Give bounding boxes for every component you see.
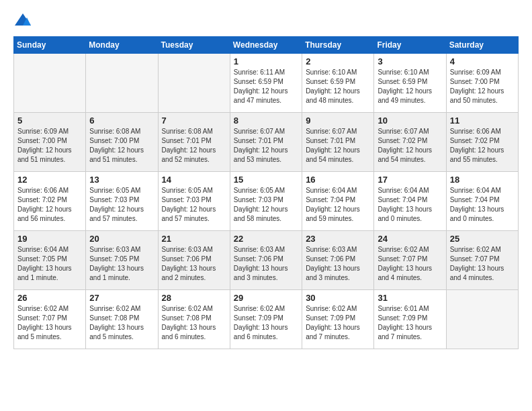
calendar-cell: 4Sunrise: 6:09 AMSunset: 7:00 PMDaylight…	[446, 54, 518, 113]
calendar-cell: 29Sunrise: 6:02 AMSunset: 7:09 PMDayligh…	[230, 290, 302, 349]
day-number: 12	[17, 175, 82, 185]
day-info: Sunrise: 6:02 AMSunset: 7:07 PMDaylight:…	[378, 245, 442, 283]
day-number: 14	[162, 175, 226, 185]
day-info: Sunrise: 6:02 AMSunset: 7:09 PMDaylight:…	[234, 304, 298, 342]
calendar-cell: 17Sunrise: 6:04 AMSunset: 7:04 PMDayligh…	[374, 172, 446, 231]
calendar-cell: 27Sunrise: 6:02 AMSunset: 7:08 PMDayligh…	[86, 290, 158, 349]
day-number: 5	[17, 116, 82, 126]
calendar-header-row: SundayMondayTuesdayWednesdayThursdayFrid…	[14, 37, 519, 54]
calendar-day-header: Monday	[86, 37, 158, 54]
day-number: 1	[234, 56, 298, 66]
calendar-day-header: Saturday	[446, 37, 518, 54]
day-info: Sunrise: 6:04 AMSunset: 7:04 PMDaylight:…	[306, 186, 370, 224]
day-number: 15	[234, 175, 298, 185]
day-info: Sunrise: 6:10 AMSunset: 6:59 PMDaylight:…	[306, 68, 370, 105]
calendar-cell: 7Sunrise: 6:08 AMSunset: 7:01 PMDaylight…	[158, 113, 230, 172]
day-info: Sunrise: 6:09 AMSunset: 7:00 PMDaylight:…	[450, 68, 515, 105]
day-info: Sunrise: 6:03 AMSunset: 7:06 PMDaylight:…	[306, 245, 370, 283]
calendar-cell: 31Sunrise: 6:01 AMSunset: 7:09 PMDayligh…	[374, 290, 446, 349]
day-info: Sunrise: 6:06 AMSunset: 7:02 PMDaylight:…	[17, 186, 82, 224]
day-number: 24	[378, 234, 442, 244]
calendar-cell: 6Sunrise: 6:08 AMSunset: 7:00 PMDaylight…	[86, 113, 158, 172]
day-number: 4	[450, 56, 515, 66]
day-number: 9	[306, 116, 370, 126]
calendar-day-header: Sunday	[14, 37, 86, 54]
day-number: 8	[234, 116, 298, 126]
day-info: Sunrise: 6:02 AMSunset: 7:08 PMDaylight:…	[162, 304, 226, 342]
calendar-cell: 30Sunrise: 6:02 AMSunset: 7:09 PMDayligh…	[302, 290, 374, 349]
calendar-cell: 21Sunrise: 6:03 AMSunset: 7:06 PMDayligh…	[158, 231, 230, 290]
day-number: 10	[378, 116, 442, 126]
day-info: Sunrise: 6:03 AMSunset: 7:05 PMDaylight:…	[89, 245, 154, 283]
day-number: 28	[162, 293, 226, 303]
day-info: Sunrise: 6:10 AMSunset: 6:59 PMDaylight:…	[378, 68, 442, 105]
calendar-cell	[446, 290, 518, 349]
calendar-day-header: Friday	[374, 37, 446, 54]
day-number: 2	[306, 56, 370, 66]
calendar-cell: 20Sunrise: 6:03 AMSunset: 7:05 PMDayligh…	[86, 231, 158, 290]
calendar-cell: 13Sunrise: 6:05 AMSunset: 7:03 PMDayligh…	[86, 172, 158, 231]
day-number: 11	[450, 116, 515, 126]
calendar-day-header: Tuesday	[158, 37, 230, 54]
calendar-cell: 19Sunrise: 6:04 AMSunset: 7:05 PMDayligh…	[14, 231, 86, 290]
calendar-cell: 2Sunrise: 6:10 AMSunset: 6:59 PMDaylight…	[302, 54, 374, 113]
day-info: Sunrise: 6:07 AMSunset: 7:01 PMDaylight:…	[306, 127, 370, 165]
day-number: 6	[89, 116, 154, 126]
day-info: Sunrise: 6:04 AMSunset: 7:04 PMDaylight:…	[450, 186, 515, 224]
calendar-cell: 3Sunrise: 6:10 AMSunset: 6:59 PMDaylight…	[374, 54, 446, 113]
day-info: Sunrise: 6:02 AMSunset: 7:08 PMDaylight:…	[89, 304, 154, 342]
calendar-cell: 16Sunrise: 6:04 AMSunset: 7:04 PMDayligh…	[302, 172, 374, 231]
calendar-week-row: 5Sunrise: 6:09 AMSunset: 7:00 PMDaylight…	[14, 113, 519, 172]
calendar-week-row: 1Sunrise: 6:11 AMSunset: 6:59 PMDaylight…	[14, 54, 519, 113]
calendar-cell: 15Sunrise: 6:05 AMSunset: 7:03 PMDayligh…	[230, 172, 302, 231]
calendar-cell: 24Sunrise: 6:02 AMSunset: 7:07 PMDayligh…	[374, 231, 446, 290]
calendar-cell: 11Sunrise: 6:06 AMSunset: 7:02 PMDayligh…	[446, 113, 518, 172]
day-number: 21	[162, 234, 226, 244]
calendar-day-header: Thursday	[302, 37, 374, 54]
calendar-cell: 25Sunrise: 6:02 AMSunset: 7:07 PMDayligh…	[446, 231, 518, 290]
day-info: Sunrise: 6:04 AMSunset: 7:04 PMDaylight:…	[378, 186, 442, 224]
calendar-cell: 14Sunrise: 6:05 AMSunset: 7:03 PMDayligh…	[158, 172, 230, 231]
calendar-cell: 26Sunrise: 6:02 AMSunset: 7:07 PMDayligh…	[14, 290, 86, 349]
calendar-cell: 18Sunrise: 6:04 AMSunset: 7:04 PMDayligh…	[446, 172, 518, 231]
calendar-day-header: Wednesday	[230, 37, 302, 54]
calendar-cell: 10Sunrise: 6:07 AMSunset: 7:02 PMDayligh…	[374, 113, 446, 172]
day-info: Sunrise: 6:05 AMSunset: 7:03 PMDaylight:…	[89, 186, 154, 224]
day-number: 17	[378, 175, 442, 185]
page: SundayMondayTuesdayWednesdayThursdayFrid…	[0, 0, 532, 360]
day-number: 23	[306, 234, 370, 244]
calendar-cell	[14, 54, 86, 113]
calendar-cell: 22Sunrise: 6:03 AMSunset: 7:06 PMDayligh…	[230, 231, 302, 290]
calendar-cell: 5Sunrise: 6:09 AMSunset: 7:00 PMDaylight…	[14, 113, 86, 172]
day-number: 30	[306, 293, 370, 303]
day-info: Sunrise: 6:06 AMSunset: 7:02 PMDaylight:…	[450, 127, 515, 165]
day-number: 18	[450, 175, 515, 185]
day-number: 22	[234, 234, 298, 244]
logo-icon	[13, 11, 32, 30]
day-info: Sunrise: 6:11 AMSunset: 6:59 PMDaylight:…	[234, 68, 298, 105]
day-info: Sunrise: 6:05 AMSunset: 7:03 PMDaylight:…	[234, 186, 298, 224]
calendar-week-row: 12Sunrise: 6:06 AMSunset: 7:02 PMDayligh…	[14, 172, 519, 231]
logo	[13, 11, 35, 30]
day-info: Sunrise: 6:02 AMSunset: 7:07 PMDaylight:…	[450, 245, 515, 283]
day-info: Sunrise: 6:07 AMSunset: 7:01 PMDaylight:…	[234, 127, 298, 165]
day-info: Sunrise: 6:09 AMSunset: 7:00 PMDaylight:…	[17, 127, 82, 165]
day-number: 27	[89, 293, 154, 303]
day-info: Sunrise: 6:07 AMSunset: 7:02 PMDaylight:…	[378, 127, 442, 165]
header	[13, 11, 519, 30]
calendar-cell: 28Sunrise: 6:02 AMSunset: 7:08 PMDayligh…	[158, 290, 230, 349]
day-info: Sunrise: 6:08 AMSunset: 7:00 PMDaylight:…	[89, 127, 154, 165]
calendar-week-row: 19Sunrise: 6:04 AMSunset: 7:05 PMDayligh…	[14, 231, 519, 290]
calendar-cell: 12Sunrise: 6:06 AMSunset: 7:02 PMDayligh…	[14, 172, 86, 231]
day-number: 7	[162, 116, 226, 126]
calendar-cell: 1Sunrise: 6:11 AMSunset: 6:59 PMDaylight…	[230, 54, 302, 113]
day-info: Sunrise: 6:01 AMSunset: 7:09 PMDaylight:…	[378, 304, 442, 342]
calendar-cell: 23Sunrise: 6:03 AMSunset: 7:06 PMDayligh…	[302, 231, 374, 290]
day-number: 13	[89, 175, 154, 185]
day-info: Sunrise: 6:04 AMSunset: 7:05 PMDaylight:…	[17, 245, 82, 283]
day-info: Sunrise: 6:05 AMSunset: 7:03 PMDaylight:…	[162, 186, 226, 224]
calendar-cell	[158, 54, 230, 113]
day-info: Sunrise: 6:03 AMSunset: 7:06 PMDaylight:…	[234, 245, 298, 283]
calendar-table: SundayMondayTuesdayWednesdayThursdayFrid…	[13, 36, 519, 349]
day-info: Sunrise: 6:08 AMSunset: 7:01 PMDaylight:…	[162, 127, 226, 165]
